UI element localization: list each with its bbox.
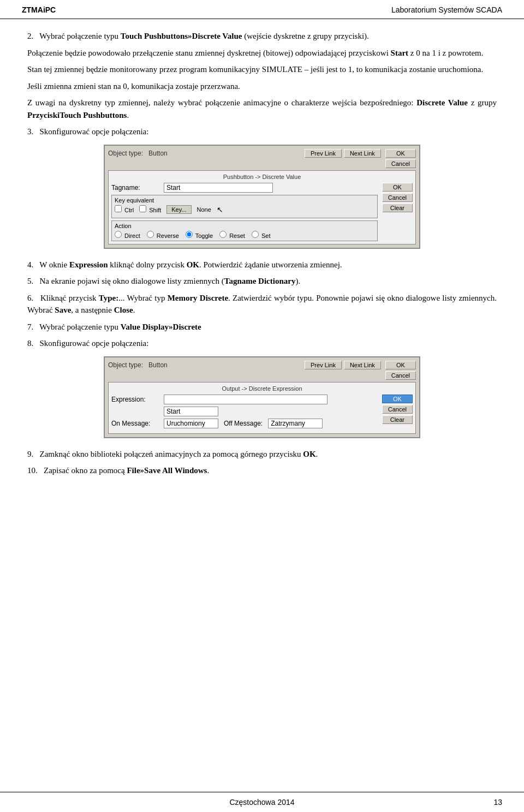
- dialog2-ok2-btn[interactable]: OK: [382, 395, 413, 403]
- dialog1-reverse-radio[interactable]: [147, 231, 154, 238]
- dialog2-main: Object type: Button Prev Link Next Link: [108, 361, 381, 372]
- dialog1-toggle-radio[interactable]: [186, 231, 193, 238]
- point2-bold2: Start: [391, 49, 409, 57]
- dialog2-inner-title: Output -> Discrete Expression: [111, 385, 413, 392]
- dialog2-top-bar: Object type: Button Prev Link Next Link …: [108, 361, 416, 380]
- point10-text1: Zapisać okno za pomocą: [44, 466, 127, 475]
- dialog1-tagname-input[interactable]: [164, 183, 273, 193]
- dialog2-obj-row: Object type: Button Prev Link Next Link: [108, 361, 381, 369]
- point6-para: 6. Kliknąć przycisk Type:... Wybrać typ …: [27, 292, 497, 317]
- dialog1-shift-label: Shift: [139, 205, 161, 213]
- point5-text1: Na ekranie pojawi się okno dialogowe lis…: [40, 277, 224, 285]
- dialog1-set-label: Set: [252, 231, 271, 239]
- point2-text2: (wejście dyskretne z grupy przyciski).: [242, 32, 368, 40]
- point4-para: 4. W oknie Expression kliknąć dolny przy…: [27, 259, 497, 271]
- dialog2-cancel2-btn[interactable]: Cancel: [382, 405, 413, 414]
- dialog2-on-msg-input[interactable]: [164, 419, 218, 428]
- dialog1-key-equiv-section: Key equivalent Ctrl Shift K: [111, 195, 378, 218]
- dialog1-key-equiv-label: Key equivalent: [115, 197, 374, 204]
- point2-text9: .: [127, 111, 129, 120]
- dialog2-fields: Expression: Start On Message: Off M: [111, 395, 378, 431]
- point3-num: 3.: [27, 127, 33, 136]
- dialog1-inner-content: Tagname: Key equivalent Ctrl: [111, 183, 413, 241]
- dialog1: Object type: Button Prev Link Next Link …: [104, 145, 420, 249]
- point2-text1: Wybrać połączenie typu: [39, 32, 121, 40]
- point6-bold1: Type:: [99, 294, 118, 302]
- dialog2-expr-value-row: Start: [111, 407, 378, 416]
- dialog2-off-msg-label: Off Message:: [224, 420, 263, 427]
- dialog1-clear-btn[interactable]: Clear: [382, 204, 413, 212]
- dialog2-ok-btn[interactable]: OK: [385, 361, 416, 369]
- dialog2-inner-side-btns: OK Cancel Clear: [382, 395, 413, 424]
- dialog1-cancel2-btn[interactable]: Cancel: [382, 193, 413, 202]
- header-left: ZTMAiPC: [22, 5, 56, 14]
- dialog1-key-btn[interactable]: Key...: [166, 205, 191, 214]
- point8-para: 8. Skonfigurować opcje połączenia:: [27, 337, 497, 350]
- dialog2-expression-row: Expression:: [111, 395, 378, 404]
- footer-page: 13: [493, 798, 502, 807]
- point4-text1: W oknie: [39, 260, 69, 269]
- point2-para3: Stan tej zmiennej będzie monitorowany pr…: [27, 63, 497, 76]
- dialog1-next-link-btn[interactable]: Next Link: [344, 149, 381, 158]
- dialog2-clear-btn[interactable]: Clear: [382, 415, 413, 424]
- dialog1-set-radio[interactable]: [252, 231, 259, 238]
- point10-bold1: File»Save All Windows: [127, 466, 207, 475]
- dialog2-messages-row: On Message: Off Message:: [111, 419, 378, 428]
- dialog2-side-btns: OK Cancel: [385, 361, 416, 380]
- dialog2-obj-label: Object type: Button: [108, 361, 168, 369]
- point10-para: 10. Zapisać okno za pomocą File»Save All…: [27, 464, 497, 477]
- point5-bold1: Tagname Dictionary: [224, 277, 296, 285]
- dialog1-prev-link-btn[interactable]: Prev Link: [305, 149, 342, 158]
- point6-text5: .: [133, 306, 135, 314]
- point8-num: 8.: [27, 339, 33, 348]
- point2-bold4: PrzyciskiTouch Pushbuttons: [27, 111, 127, 120]
- dialog2-next-link-btn[interactable]: Next Link: [344, 361, 381, 369]
- dialog1-ok2-btn[interactable]: OK: [382, 183, 413, 192]
- dialog2-cancel-btn[interactable]: Cancel: [385, 371, 416, 380]
- point2-para2: Połączenie będzie powodowało przełączeni…: [27, 47, 497, 59]
- dialog1-inner: Pushbutton -> Discrete Value Tagname: Ke…: [108, 170, 416, 244]
- point6-text1: Kliknąć przycisk: [40, 294, 99, 302]
- dialog2-expr-value: Start: [164, 407, 218, 416]
- dialog1-top-bar: Object type: Button Prev Link Next Link …: [108, 149, 416, 168]
- point2-para1: 2. Wybrać połączenie typu Touch Pushbutt…: [27, 30, 497, 43]
- dialog1-cancel-btn[interactable]: Cancel: [385, 159, 416, 168]
- point2-bold3: Discrete Value: [416, 98, 468, 107]
- point7-para: 7. Wybrać połączenie typu Value Display»…: [27, 321, 497, 333]
- point7-bold1: Value Display»Discrete: [121, 323, 201, 331]
- page: ZTMAiPC Laboratorium Systemów SCADA 2. W…: [0, 0, 524, 812]
- dialog2-prev-link-btn[interactable]: Prev Link: [305, 361, 342, 369]
- dialog1-ctrl-label: Ctrl: [115, 205, 134, 213]
- dialog2-inner: Output -> Discrete Expression Expression…: [108, 382, 416, 434]
- point9-bold1: OK: [303, 450, 315, 458]
- dialog2-off-msg-input[interactable]: [268, 419, 323, 428]
- dialog2-expression-label: Expression:: [111, 396, 160, 403]
- dialog1-side-btns: OK Cancel: [385, 149, 416, 168]
- dialog1-link-btns: Prev Link Next Link: [305, 149, 381, 158]
- dialog1-direct-radio[interactable]: [115, 231, 122, 238]
- dialog1-reverse-label: Reverse: [147, 231, 179, 239]
- dialog1-action-label: Action: [115, 223, 374, 229]
- point2-num: 2.: [27, 32, 33, 40]
- point8-text: Skonfigurować opcje połączenia:: [40, 339, 149, 348]
- point6-num: 6.: [27, 294, 33, 302]
- point3-heading: 3. Skonfigurować opcje połączenia:: [27, 126, 497, 138]
- point4-num: 4.: [27, 260, 33, 269]
- dialog1-ctrl-checkbox[interactable]: [115, 205, 122, 212]
- point9-para: 9. Zamknąć okno biblioteki połączeń anim…: [27, 448, 497, 461]
- dialog2-inner-content: Expression: Start On Message: Off M: [111, 395, 413, 431]
- point9-text1: Zamknąć okno biblioteki połączeń animacy…: [40, 450, 303, 458]
- dialog1-none-label: None: [197, 206, 211, 213]
- point4-bold2: OK: [187, 260, 199, 269]
- dialog1-shift-checkbox[interactable]: [139, 205, 146, 212]
- dialog1-action-section: Action Direct Reverse: [111, 220, 378, 241]
- point6-bold3: Save: [55, 306, 71, 314]
- point6-bold4: Close: [114, 306, 133, 314]
- dialog1-ok-btn[interactable]: OK: [385, 149, 416, 158]
- point6-bold2: Memory Discrete: [168, 294, 228, 302]
- point4-text3: . Potwierdzić żądanie utworzenia zmienne…: [199, 260, 342, 269]
- point7-num: 7.: [27, 323, 33, 331]
- dialog2-on-msg-label: On Message:: [111, 420, 160, 427]
- dialog2-expression-input[interactable]: [164, 395, 327, 404]
- dialog1-reset-radio[interactable]: [219, 231, 227, 238]
